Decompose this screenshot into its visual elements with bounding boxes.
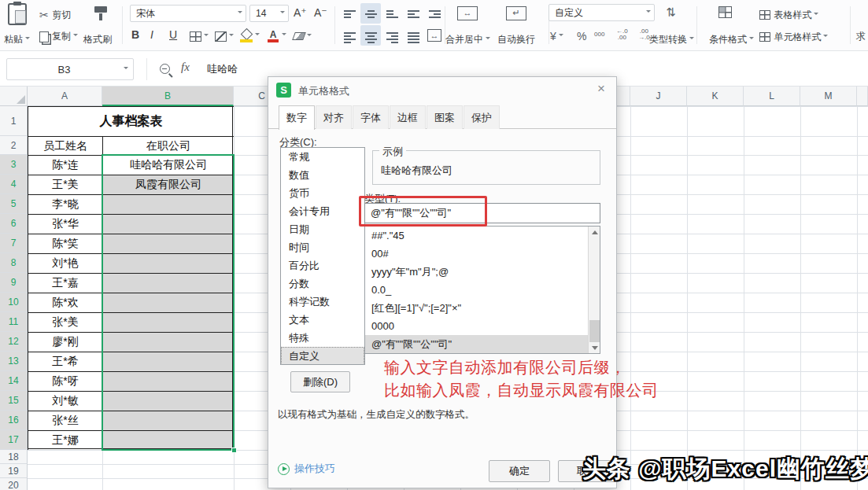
cell-header-company[interactable]: 在职公司 <box>102 136 234 155</box>
ok-button[interactable]: 确定 <box>489 460 550 482</box>
column-header-K[interactable]: K <box>687 87 744 106</box>
cell-employee-name[interactable]: 王*娜 <box>28 430 102 450</box>
selection-fill-handle[interactable] <box>231 448 237 453</box>
format-listbox: ##"."4500#yyyy"年"m"月";@0.0_[红色][=1]"√";[… <box>364 226 600 354</box>
category-item[interactable]: 货币 <box>281 184 364 202</box>
cell-employee-name[interactable]: 张*华 <box>28 214 102 234</box>
cell-employee-company[interactable] <box>102 253 234 273</box>
tab-保护[interactable]: 保护 <box>464 105 500 129</box>
cell-employee-company[interactable] <box>102 293 234 312</box>
tab-数字[interactable]: 数字 <box>279 105 315 130</box>
category-item[interactable]: 百分比 <box>281 256 364 274</box>
row-header-20[interactable]: 20 <box>0 478 28 490</box>
gridline-vertical <box>744 106 744 490</box>
tips-link[interactable]: 操作技巧 <box>278 462 335 476</box>
row-header-11[interactable]: 11 <box>0 312 28 332</box>
cell-employee-name[interactable]: 陈*欢 <box>28 293 102 312</box>
tab-边框[interactable]: 边框 <box>390 105 426 129</box>
row-header-18[interactable]: 18 <box>0 450 28 464</box>
cell-employee-company[interactable] <box>102 430 234 450</box>
scrollbar-thumb[interactable] <box>589 320 600 342</box>
row-header-16[interactable]: 16 <box>0 411 28 430</box>
cell-employee-company[interactable] <box>102 371 234 391</box>
row-header-12[interactable]: 12 <box>0 332 28 352</box>
category-item[interactable]: 日期 <box>281 220 364 238</box>
cell-employee-company[interactable] <box>102 234 234 253</box>
cell-employee-company[interactable] <box>102 214 234 234</box>
dialog-titlebar[interactable]: S 单元格格式 × <box>268 77 616 102</box>
scroll-up-icon[interactable] <box>589 227 600 238</box>
category-item[interactable]: 分数 <box>281 274 364 293</box>
format-item[interactable]: 0000 <box>365 317 600 335</box>
scroll-down-icon[interactable] <box>589 342 600 353</box>
row-header-13[interactable]: 13 <box>0 352 28 371</box>
tab-字体[interactable]: 字体 <box>353 105 389 129</box>
category-item[interactable]: 自定义 <box>281 347 364 365</box>
format-item[interactable]: ##"."45 <box>365 227 600 245</box>
format-item[interactable]: 00# <box>365 245 600 263</box>
cell-employee-name[interactable]: 刘*艳 <box>28 253 102 273</box>
row-header-3[interactable]: 3 <box>0 155 28 175</box>
row-header-2[interactable]: 2 <box>0 136 28 155</box>
cell-employee-name[interactable]: 张*美 <box>28 312 102 332</box>
column-header-B[interactable]: B <box>102 87 234 106</box>
column-header-M[interactable]: M <box>800 87 857 106</box>
cell-employee-name[interactable]: 王*美 <box>28 175 102 194</box>
column-header-blank[interactable] <box>857 87 868 106</box>
row-header-1[interactable]: 1 <box>0 106 28 136</box>
cell-employee-name[interactable]: 李*晓 <box>28 194 102 214</box>
category-item[interactable]: 时间 <box>281 238 364 256</box>
row-header-9[interactable]: 9 <box>0 273 28 293</box>
cell-employee-company[interactable] <box>102 312 234 332</box>
cell-employee-name[interactable]: 王*嘉 <box>28 273 102 293</box>
row-header-15[interactable]: 15 <box>0 391 28 411</box>
cell-header-name[interactable]: 员工姓名 <box>28 136 102 155</box>
cell-employee-name[interactable]: 王*希 <box>28 352 102 371</box>
column-header-A[interactable]: A <box>28 87 102 106</box>
select-all-corner[interactable] <box>0 87 28 106</box>
category-item[interactable]: 数值 <box>281 166 364 184</box>
category-item[interactable]: 文本 <box>281 311 364 329</box>
category-item[interactable]: 科学记数 <box>281 293 364 311</box>
format-item[interactable]: yyyy"年"m"月";@ <box>365 263 600 281</box>
cell-employee-company[interactable]: 凤霞有限公司 <box>102 175 234 194</box>
cell-title-merged[interactable]: 人事档案表 <box>28 106 234 136</box>
tab-对齐[interactable]: 对齐 <box>316 105 352 129</box>
cell-employee-company[interactable] <box>102 352 234 371</box>
format-item[interactable]: @"有""限""公""司" <box>365 335 600 353</box>
tab-图案[interactable]: 图案 <box>427 105 463 129</box>
row-header-17[interactable]: 17 <box>0 430 28 450</box>
row-header-4[interactable]: 4 <box>0 175 28 194</box>
cell-employee-name[interactable]: 张*丝 <box>28 411 102 430</box>
cell-employee-name[interactable]: 廖*刚 <box>28 332 102 352</box>
cell-employee-company[interactable] <box>102 391 234 411</box>
cell-employee-company[interactable]: 哇哈哈有限公司 <box>102 155 234 175</box>
delete-button[interactable]: 删除(D) <box>290 371 350 392</box>
format-item[interactable]: 0.0_ <box>365 281 600 299</box>
row-header-6[interactable]: 6 <box>0 214 28 234</box>
cell-employee-company[interactable] <box>102 332 234 352</box>
close-icon[interactable]: × <box>593 80 610 98</box>
category-item[interactable]: 特殊 <box>281 329 364 347</box>
scrollbar[interactable] <box>588 227 600 353</box>
cell-employee-company[interactable] <box>102 273 234 293</box>
cell-employee-name[interactable]: 刘*敏 <box>28 391 102 411</box>
cell-employee-name[interactable]: 陈*连 <box>28 155 102 175</box>
format-item[interactable]: [红色][=1]"√";[=2]"×" <box>365 299 600 317</box>
column-header-L[interactable]: L <box>744 87 800 106</box>
type-input[interactable]: @"有""限""公""司" <box>364 203 600 223</box>
cell-employee-name[interactable]: 陈*笑 <box>28 234 102 253</box>
category-item[interactable]: 常规 <box>281 148 364 166</box>
row-header-14[interactable]: 14 <box>0 371 28 391</box>
row-header-8[interactable]: 8 <box>0 253 28 273</box>
format-description: 以现有格式为基础，生成自定义的数字格式。 <box>278 408 475 422</box>
row-header-10[interactable]: 10 <box>0 293 28 312</box>
row-header-5[interactable]: 5 <box>0 194 28 214</box>
category-item[interactable]: 会计专用 <box>281 202 364 220</box>
cell-employee-company[interactable] <box>102 194 234 214</box>
column-header-J[interactable]: J <box>630 87 687 106</box>
row-header-7[interactable]: 7 <box>0 234 28 253</box>
cell-employee-company[interactable] <box>102 411 234 430</box>
row-header-19[interactable]: 19 <box>0 464 28 478</box>
cell-employee-name[interactable]: 陈*呀 <box>28 371 102 391</box>
